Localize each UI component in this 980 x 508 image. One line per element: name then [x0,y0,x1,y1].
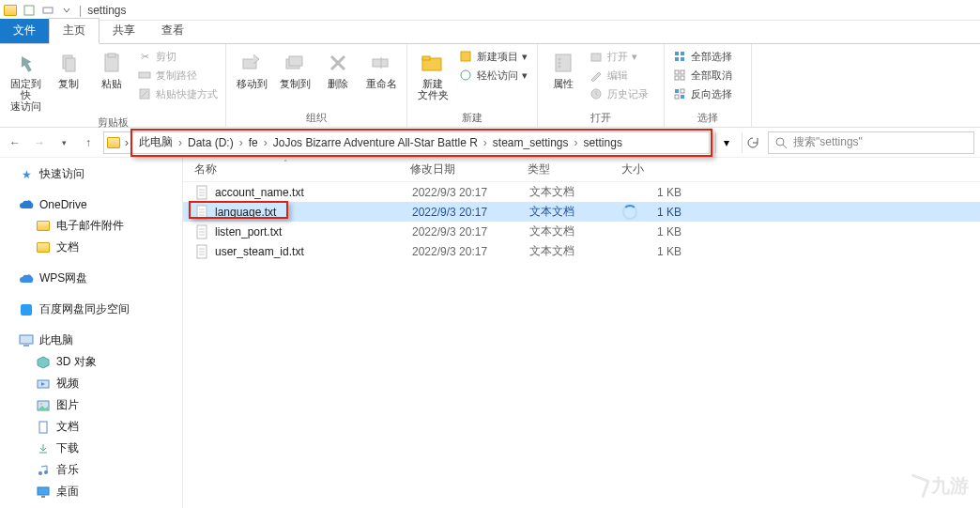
file-size: 1 KB [623,225,689,239]
paste-shortcut-button[interactable]: 粘贴快捷方式 [135,85,220,102]
group-label: 打开 [544,109,658,125]
copy-button[interactable]: 复制 [49,48,88,91]
rename-button[interactable]: 重命名 [361,48,401,91]
paste-button[interactable]: 粘贴 [92,48,131,91]
crumb[interactable]: steam_settings [487,136,574,149]
nav-pane[interactable]: ★快速访问 OneDrive 电子邮件附件 文档 WPS网盘 百度网盘同步空间 … [0,158,183,508]
svg-rect-27 [675,70,679,74]
music-icon [36,463,51,478]
properties-button[interactable]: 属性 [544,48,583,91]
file-row[interactable]: language.txt2022/9/3 20:17文本文档1 KB [183,202,980,222]
svg-rect-33 [675,95,679,99]
edit-button[interactable]: 编辑 [587,67,658,84]
forward-button[interactable]: → [30,133,49,152]
chevron-right-icon[interactable]: › [120,136,133,149]
baidu-icon [19,302,34,317]
nav-wps[interactable]: WPS网盘 [0,268,182,289]
move-icon [238,50,265,76]
col-name[interactable]: 名称˄ [194,162,410,177]
svg-rect-11 [373,59,388,67]
tab-view[interactable]: 查看 [148,19,197,43]
ribbon: 固定到快 速访问 复制 粘贴 ✂剪切 复制路径 粘贴快捷方式 剪贴板 移动到 [0,43,980,128]
file-row[interactable]: account_name.txt2022/9/3 20:17文本文档1 KB [183,182,980,202]
cut-button[interactable]: ✂剪切 [135,48,220,65]
col-date[interactable]: 修改日期 [410,162,528,177]
loading-spinner-icon [622,205,637,220]
tab-home[interactable]: 主页 [49,18,100,44]
nav-videos[interactable]: 视频 [0,373,182,394]
nav-c-drive[interactable]: Windows-SSD (C:) [0,502,182,508]
nav-documents[interactable]: 文档 [0,237,182,258]
file-row[interactable]: listen_port.txt2022/9/3 20:17文本文档1 KB [183,222,980,241]
col-type[interactable]: 类型 [528,162,621,177]
tab-file[interactable]: 文件 [0,19,49,43]
title-bar: | settings [0,0,980,21]
pin-quick-access-button[interactable]: 固定到快 速访问 [6,48,45,114]
copy-to-button[interactable]: 复制到 [275,48,314,91]
up-button[interactable]: ↑ [79,133,98,152]
group-new: 新建 文件夹 新建项目 ▾ 轻松访问 ▾ 新建 [407,44,538,127]
svg-rect-25 [675,57,679,61]
crumb[interactable]: JoJos Bizarre Adventure All-Star Battle … [268,136,483,149]
desktop-icon [36,485,51,500]
svg-rect-14 [422,56,430,60]
nav-baidu[interactable]: 百度网盘同步空间 [0,299,182,320]
history-button[interactable]: 历史记录 [587,85,658,102]
open-button[interactable]: 打开 ▾ [587,48,658,65]
file-row[interactable]: user_steam_id.txt2022/9/3 20:17文本文档1 KB [183,241,980,261]
nav-music[interactable]: 音乐 [0,459,182,481]
pc-icon [19,333,34,348]
easy-access-button[interactable]: 轻松访问 ▾ [456,67,531,84]
svg-rect-37 [21,304,32,316]
path-icon [137,68,152,83]
svg-point-19 [559,62,560,64]
select-none-icon [672,68,687,83]
qat-item-icon[interactable] [41,4,54,17]
nav-downloads[interactable]: 下载 [0,438,182,459]
crumb[interactable]: fe [243,136,264,149]
file-name: account_name.txt [215,186,412,199]
select-none-button[interactable]: 全部取消 [670,67,745,84]
text-file-icon [194,185,209,200]
breadcrumb-bar[interactable]: › 此电脑› Data (D:)› fe› JoJos Bizarre Adve… [103,131,710,154]
refresh-button[interactable] [742,132,762,153]
nav-quick-access[interactable]: ★快速访问 [0,163,182,185]
invert-selection-button[interactable]: 反向选择 [670,85,745,102]
tab-share[interactable]: 共享 [100,19,148,43]
svg-rect-39 [23,345,29,346]
new-folder-icon [420,50,446,76]
col-size[interactable]: 大小 [621,162,687,177]
move-to-button[interactable]: 移动到 [232,48,271,91]
breadcrumb-dropdown[interactable]: ▾ [715,132,736,153]
search-input[interactable]: 搜索"settings" [768,131,974,154]
back-button[interactable]: ← [6,133,24,152]
qat-item-icon[interactable] [23,4,36,17]
file-date: 2022/9/3 20:17 [412,206,529,219]
crumb[interactable]: settings [578,136,628,149]
copy-path-button[interactable]: 复制路径 [135,67,220,84]
nav-desktop[interactable]: 桌面 [0,481,182,502]
nav-pictures[interactable]: 图片 [0,394,182,416]
nav-documents-2[interactable]: 文档 [0,416,182,438]
crumb[interactable]: 此电脑 [133,134,178,150]
rename-icon [368,50,394,76]
new-folder-button[interactable]: 新建 文件夹 [413,48,452,102]
ribbon-tabs: 文件 主页 共享 查看 [0,21,980,43]
file-type: 文本文档 [529,223,623,239]
qat-dropdown-icon[interactable] [60,4,73,17]
nav-this-pc[interactable]: 此电脑 [0,330,182,351]
recent-dropdown[interactable]: ▾ [54,133,73,152]
crumb[interactable]: Data (D:) [182,136,239,149]
column-headers[interactable]: 名称˄ 修改日期 类型 大小 [183,158,980,182]
nav-email-attachments[interactable]: 电子邮件附件 [0,215,182,237]
nav-3d-objects[interactable]: 3D 对象 [0,351,182,373]
properties-icon [550,50,576,76]
select-all-button[interactable]: 全部选择 [670,48,745,65]
address-bar-row: ← → ▾ ↑ › 此电脑› Data (D:)› fe› JoJos Biza… [0,128,980,158]
new-item-button[interactable]: 新建项目 ▾ [456,48,531,65]
delete-button[interactable]: 删除 [318,48,358,91]
svg-rect-26 [681,57,684,61]
document-icon [36,420,51,435]
edit-icon [589,68,604,83]
nav-onedrive[interactable]: OneDrive [0,194,182,215]
